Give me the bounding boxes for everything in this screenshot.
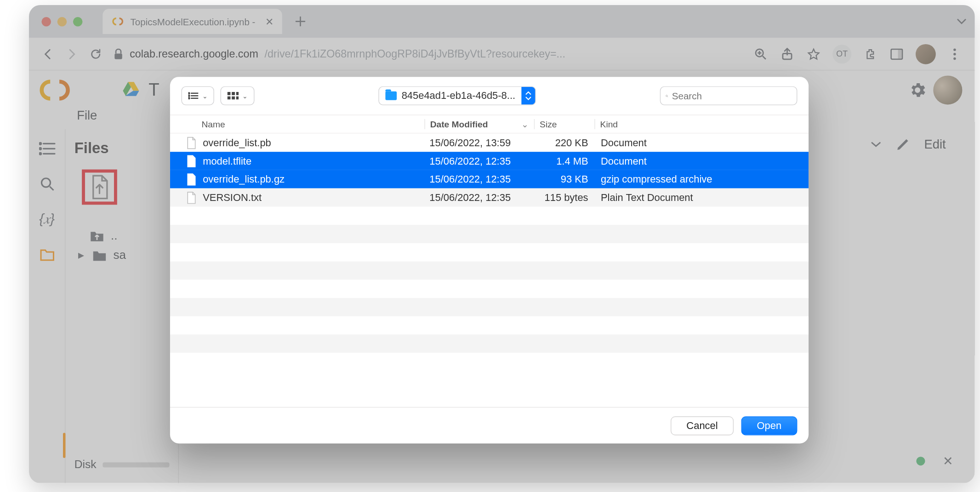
doc-title[interactable]: T [148,80,159,100]
file-name: override_list.pb [203,137,271,149]
edit-label[interactable]: Edit [924,137,946,152]
svg-rect-0 [114,53,122,59]
account-avatar[interactable] [933,75,962,104]
profile-badge[interactable]: OT [832,45,851,63]
close-panel-icon[interactable]: ✕ [943,453,953,469]
svg-rect-27 [236,97,239,100]
group-button[interactable]: ⌄ [221,86,255,105]
file-date: 15/06/2022, 13:59 [424,137,534,149]
header-name[interactable]: Name [174,119,424,129]
disk-label: Disk [74,458,97,471]
header-kind[interactable]: Kind [594,119,805,129]
svg-rect-26 [232,97,235,100]
nav-back-button[interactable] [41,47,54,60]
zoom-icon[interactable] [753,46,769,62]
extensions-icon[interactable] [863,46,878,62]
svg-point-21 [188,97,190,99]
browser-tab[interactable]: TopicsModelExecution.ipynb - ✕ [103,9,282,34]
edit-icon[interactable] [895,137,910,152]
upload-file-button[interactable] [82,170,117,205]
url-domain: colab.research.google.com [130,47,258,60]
settings-icon[interactable] [908,80,927,99]
file-row-empty [170,206,809,225]
traffic-lights [41,17,82,26]
file-name: override_list.pb.gz [203,173,285,185]
kernel-status-icon [916,457,925,465]
search-input[interactable] [672,91,792,101]
svg-line-29 [667,96,668,97]
svg-point-7 [953,57,956,59]
url-bar[interactable]: colab.research.google.com/drive/1Fk1iZO6… [114,47,742,60]
svg-rect-25 [228,97,231,100]
tabs-dropdown-icon[interactable] [956,16,968,27]
file-row-empty [170,316,809,335]
open-button[interactable]: Open [741,416,797,435]
folder-label: sa [114,248,126,262]
new-tab-button[interactable] [291,12,310,31]
variables-icon[interactable]: {𝑥} [39,211,55,228]
file-size: 220 KB [534,137,595,149]
svg-point-14 [41,178,50,187]
folder-history-button[interactable] [522,87,536,104]
files-tab-icon[interactable] [39,246,55,263]
share-icon[interactable] [780,46,795,62]
search-icon[interactable] [39,176,55,192]
bookmark-icon[interactable] [806,46,821,62]
file-icon [187,173,197,185]
file-kind: Document [594,155,805,167]
file-row-empty [170,334,809,353]
fullscreen-window-button[interactable] [73,17,83,26]
svg-rect-23 [232,92,235,95]
file-row-empty [170,298,809,316]
svg-point-5 [953,48,956,51]
file-size: 115 bytes [534,192,595,203]
svg-rect-22 [228,92,231,95]
disk-usage: Disk [70,452,173,477]
close-tab-icon[interactable]: ✕ [265,16,273,28]
svg-point-12 [39,148,41,149]
svg-rect-4 [898,49,903,59]
file-row-empty [170,280,809,298]
nav-reload-button[interactable] [90,47,102,60]
lock-icon [114,48,124,60]
cancel-button[interactable]: Cancel [671,416,734,435]
expander-icon[interactable]: ▸ [77,247,85,262]
sort-desc-icon: ⌄ [521,119,534,129]
sidepanel-icon[interactable] [889,46,904,62]
current-folder-button[interactable]: 845e4ad1-eb1a-46d5-8... [378,86,536,105]
header-size[interactable]: Size [534,119,595,129]
file-name: model.tflite [203,155,251,167]
file-open-dialog: ⌄ ⌄ 845e4ad1-eb1a-46d5-8... [170,77,809,443]
minimize-window-button[interactable] [57,17,67,26]
nav-forward-button[interactable] [65,47,78,60]
svg-point-11 [39,143,41,144]
close-window-button[interactable] [41,17,51,26]
browser-toolbar: colab.research.google.com/drive/1Fk1iZO6… [29,38,975,70]
svg-line-15 [50,187,53,190]
current-folder-name: 845e4ad1-eb1a-46d5-8... [402,90,515,102]
dropdown-chevron-icon[interactable] [870,141,882,148]
url-path: /drive/1Fk1iZO68mrnphOogRP8iD4jJvBfByVtL… [265,47,565,60]
file-name: VERSION.txt [203,192,262,203]
file-row[interactable]: override_list.pb15/06/2022, 13:59220 KBD… [170,133,809,152]
file-row[interactable]: model.tflite15/06/2022, 12:351.4 MBDocum… [170,152,809,170]
file-row[interactable]: override_list.pb.gz15/06/2022, 12:3593 K… [170,170,809,189]
toc-icon[interactable] [39,141,55,157]
user-avatar[interactable] [916,44,936,64]
file-row[interactable]: VERSION.txt15/06/2022, 12:35115 bytesPla… [170,189,809,207]
overflow-menu-icon[interactable] [947,46,962,62]
search-field[interactable] [660,86,798,105]
file-icon [187,137,197,149]
file-row-empty [170,225,809,243]
parent-folder-row[interactable]: .. [70,226,173,245]
file-date: 15/06/2022, 12:35 [424,192,534,203]
files-sidebar-title: Files [74,139,173,157]
file-row-empty [170,262,809,280]
file-icon [187,191,197,204]
folder-row[interactable]: ▸ sa [70,245,173,264]
search-icon [666,91,668,101]
header-date[interactable]: Date Modified ⌄ [424,119,534,129]
list-view-button[interactable]: ⌄ [182,86,214,105]
colab-icon [111,15,124,28]
parent-folder-label: .. [111,229,117,242]
